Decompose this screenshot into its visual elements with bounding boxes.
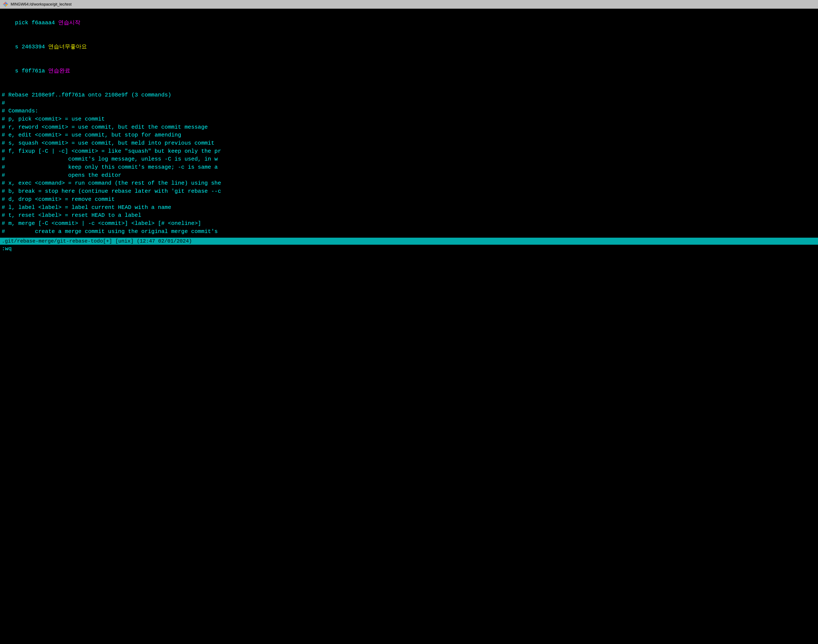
line-s2: s f0f761a 연습완료 (2, 59, 816, 83)
line-l: # l, label <label> = label current HEAD … (2, 204, 816, 212)
pick-korean: 연습시작 (58, 20, 80, 26)
svg-marker-8 (6, 4, 8, 7)
line-x: # x, exec <command> = run command (the r… (2, 179, 816, 187)
line-m: # m, merge [-C <commit> | -c <commit>] <… (2, 219, 816, 228)
s2-keyword: s (15, 68, 18, 74)
line-r: # r, reword <commit> = use commit, but e… (2, 123, 816, 131)
svg-marker-6 (3, 2, 6, 4)
pick-hash: f6aaaa4 (32, 20, 55, 26)
line-f2: # commit's log message, unless -C is use… (2, 155, 816, 163)
line-d: # d, drop <commit> = remove commit (2, 195, 816, 204)
line-pick: pick f6aaaa4 연습시작 (2, 11, 816, 35)
line-blank (2, 83, 816, 91)
line-f3: # keep only this commit's message; -c is… (2, 163, 816, 172)
line-m2: # create a merge commit using the origin… (2, 228, 816, 236)
cmd-line[interactable]: :wq (0, 245, 818, 253)
line-rebase: # Rebase 2108e9f..f0f761a onto 2108e9f (… (2, 91, 816, 99)
line-f4: # opens the editor (2, 172, 816, 179)
line-f: # f, fixup [-C | -c] <commit> = like "sq… (2, 147, 816, 155)
line-s-cmd: # s, squash <commit> = use commit, but m… (2, 139, 816, 147)
mingw-icon (3, 1, 9, 7)
line-hash1: # (2, 99, 816, 107)
line-e: # e, edit <commit> = use commit, but sto… (2, 131, 816, 139)
status-bar: .git/rebase-merge/git-rebase-todo[+] [un… (0, 238, 818, 245)
terminal: pick f6aaaa4 연습시작 s 2463394 연습너무좋아요 s f0… (0, 9, 818, 238)
s1-hash: 2463394 (22, 44, 45, 50)
line-s1: s 2463394 연습너무좋아요 (2, 35, 816, 59)
s1-keyword: s (15, 44, 18, 50)
line-p: # p, pick <commit> = use commit (2, 115, 816, 123)
line-t: # t, reset <label> = reset HEAD to a lab… (2, 212, 816, 219)
title-bar-text: MINGW64:/d/workspace/git_lec/test (11, 2, 72, 7)
s2-hash: f0f761a (22, 68, 45, 74)
s1-korean: 연습너무좋아요 (48, 44, 87, 50)
svg-marker-7 (3, 4, 6, 7)
pick-keyword: pick (15, 20, 28, 26)
s2-korean: 연습완료 (48, 68, 70, 74)
line-commands: # Commands: (2, 107, 816, 115)
svg-marker-5 (6, 2, 8, 4)
title-bar: MINGW64:/d/workspace/git_lec/test (0, 0, 818, 9)
line-b: # b, break = stop here (continue rebase … (2, 187, 816, 195)
